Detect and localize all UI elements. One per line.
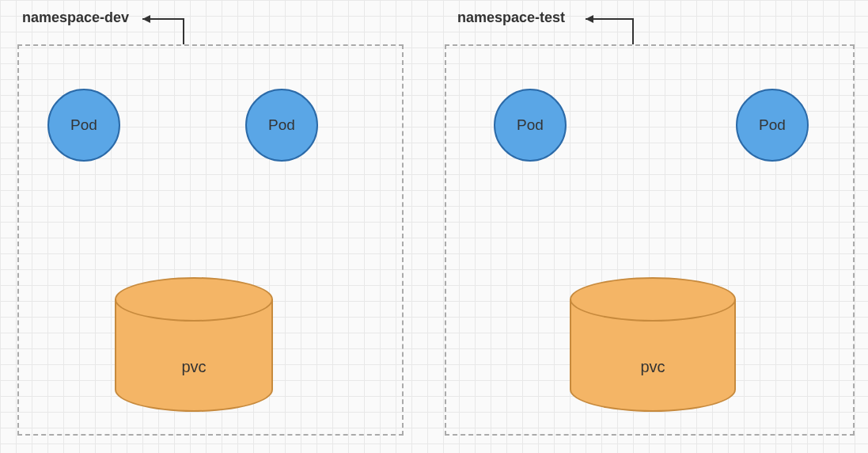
pvc-label: pvc (115, 358, 273, 376)
pod-node: Pod (47, 89, 120, 162)
cylinder-top-shape (570, 277, 736, 322)
pod-label: Pod (268, 116, 295, 134)
arrow-icon (133, 10, 193, 54)
pod-node: Pod (245, 89, 318, 162)
pvc-cylinder: pvc (570, 277, 736, 412)
cylinder-bottom-shape (115, 390, 273, 412)
pvc-label: pvc (570, 358, 736, 376)
namespace-label-test: namespace-test (457, 10, 565, 26)
pod-node: Pod (736, 89, 809, 162)
pod-label: Pod (517, 116, 544, 134)
namespace-label-dev: namespace-dev (22, 10, 129, 26)
pvc-cylinder: pvc (115, 277, 273, 412)
svg-marker-0 (142, 15, 150, 23)
svg-marker-1 (586, 15, 593, 23)
pod-node: Pod (494, 89, 567, 162)
cylinder-top-shape (115, 277, 273, 322)
arrow-icon (576, 10, 642, 54)
pod-label: Pod (70, 116, 97, 134)
cylinder-bottom-shape (570, 390, 736, 412)
pod-label: Pod (759, 116, 786, 134)
